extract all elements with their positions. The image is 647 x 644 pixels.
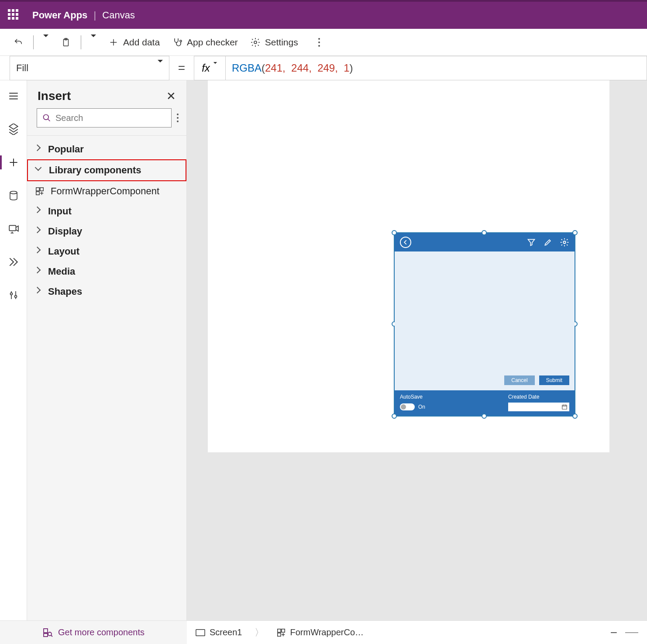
components-search-icon	[42, 627, 53, 638]
insert-item-formwrappercomponent[interactable]: FormWrapperComponent	[27, 181, 186, 201]
cancel-button[interactable]: Cancel	[504, 375, 534, 385]
category-library-components[interactable]: Library components	[27, 159, 186, 181]
panel-title: Insert	[38, 89, 71, 103]
svg-rect-10	[40, 188, 43, 191]
equals-label: =	[169, 61, 194, 75]
undo-icon	[13, 37, 24, 48]
resize-handle[interactable]	[572, 230, 578, 235]
clipboard-icon	[61, 37, 71, 48]
svg-point-6	[10, 293, 12, 295]
panel-more[interactable]	[177, 114, 179, 122]
rail-tree-view[interactable]	[5, 121, 22, 138]
breadcrumb-screen[interactable]: Screen1	[196, 627, 242, 637]
insert-panel: Insert ✕ Popular Library components	[27, 80, 187, 620]
category-display[interactable]: Display	[27, 221, 186, 241]
component-footer: AutoSave On Created Date	[395, 390, 575, 416]
gear-icon	[250, 37, 261, 48]
resize-handle[interactable]	[572, 413, 578, 419]
created-date-input[interactable]	[508, 403, 569, 411]
back-button[interactable]	[400, 237, 411, 248]
svg-point-3	[254, 41, 257, 44]
property-selector[interactable]: Fill	[10, 56, 169, 80]
canvas[interactable]: Cancel Submit AutoSave On Created Date	[187, 80, 647, 620]
settings-button[interactable]: Settings	[246, 35, 303, 49]
svg-point-16	[48, 632, 52, 636]
property-name: Fill	[16, 62, 28, 74]
filter-icon[interactable]	[527, 238, 536, 247]
category-popular[interactable]: Popular	[27, 139, 186, 159]
formula-input[interactable]: RGBA(241, 244, 249, 1)	[225, 56, 647, 80]
gear-icon[interactable]	[560, 238, 569, 247]
selected-component[interactable]: Cancel Submit AutoSave On Created Date	[395, 233, 575, 416]
app-name: Power Apps	[32, 10, 87, 21]
submit-button[interactable]: Submit	[539, 375, 569, 385]
paste-button[interactable]	[56, 35, 76, 49]
rail-insert[interactable]	[5, 154, 22, 171]
breadcrumb-bar: Screen1 〉 FormWrapperCo… −	[187, 620, 647, 644]
search-icon	[42, 114, 51, 122]
chevron-right-icon	[35, 288, 43, 296]
rail-media[interactable]	[5, 220, 22, 238]
paste-dropdown[interactable]	[86, 35, 100, 49]
breadcrumb-component[interactable]: FormWrapperCo…	[276, 627, 364, 637]
category-shapes[interactable]: Shapes	[27, 282, 186, 302]
app-launcher-icon[interactable]	[8, 9, 20, 21]
fx-button[interactable]: fx	[194, 56, 225, 80]
rail-data[interactable]	[5, 187, 22, 204]
resize-handle[interactable]	[392, 230, 397, 235]
calendar-icon	[561, 404, 568, 410]
zoom-slider-track[interactable]	[625, 632, 638, 633]
svg-rect-20	[277, 633, 280, 636]
chevron-down-icon	[213, 64, 217, 72]
add-data-label: Add data	[123, 37, 160, 48]
rail-advanced[interactable]	[5, 253, 22, 271]
undo-button[interactable]	[9, 35, 28, 49]
get-more-components[interactable]: Get more components	[0, 620, 187, 644]
separator	[81, 35, 81, 49]
resize-handle[interactable]	[392, 413, 397, 419]
insert-tree: Popular Library components FormWrapperCo…	[27, 136, 186, 305]
toolbar-overflow[interactable]	[314, 38, 324, 47]
svg-rect-17	[196, 629, 205, 636]
stethoscope-icon	[172, 37, 182, 48]
chevron-right-icon	[35, 145, 43, 153]
category-input[interactable]: Input	[27, 201, 186, 221]
undo-dropdown[interactable]	[39, 35, 53, 49]
component-icon	[276, 628, 286, 637]
separator	[33, 35, 34, 49]
command-bar: Add data App checker Settings	[0, 29, 647, 56]
add-data-button[interactable]: Add data	[104, 35, 164, 49]
category-media[interactable]: Media	[27, 262, 186, 282]
svg-rect-9	[36, 188, 39, 191]
category-layout[interactable]: Layout	[27, 241, 186, 262]
app-checker-button[interactable]: App checker	[168, 35, 242, 49]
app-checker-label: App checker	[187, 37, 238, 48]
formula-bar: Fill = fx RGBA(241, 244, 249, 1)	[0, 56, 647, 80]
chevron-down-icon	[91, 37, 96, 48]
search-input[interactable]	[55, 113, 166, 123]
svg-point-2	[180, 40, 182, 42]
panel-close-button[interactable]: ✕	[166, 90, 176, 103]
svg-point-12	[563, 241, 566, 244]
rail-tools[interactable]	[5, 286, 22, 304]
svg-rect-5	[9, 225, 16, 231]
chevron-right-icon	[35, 227, 43, 235]
rail-hamburger[interactable]	[5, 87, 22, 105]
chevron-down-icon	[36, 166, 44, 174]
component-header	[395, 233, 575, 251]
svg-rect-18	[277, 629, 280, 632]
zoom-out-button[interactable]: −	[610, 626, 617, 640]
autosave-toggle[interactable]	[400, 403, 415, 410]
search-box[interactable]	[37, 108, 172, 127]
component-body: Cancel Submit	[395, 251, 575, 390]
resize-handle[interactable]	[482, 413, 487, 419]
edit-icon[interactable]	[543, 238, 553, 247]
chevron-down-icon	[43, 37, 48, 48]
resize-handle[interactable]	[482, 230, 487, 235]
svg-point-8	[44, 115, 49, 120]
autosave-label: AutoSave	[400, 394, 425, 400]
chevron-down-icon	[158, 62, 163, 74]
svg-rect-19	[281, 629, 284, 632]
page-name: Canvas	[102, 10, 135, 21]
chevron-right-icon	[35, 248, 43, 255]
